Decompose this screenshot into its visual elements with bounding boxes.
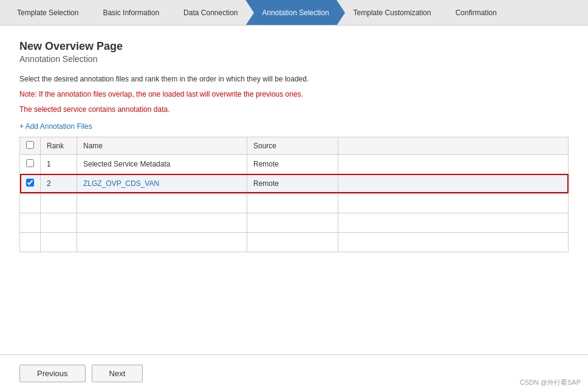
col-header-source: Source	[247, 137, 338, 154]
step-label-annotation-selection: Annotation Selection	[259, 9, 329, 17]
row-checkbox-cell	[20, 174, 41, 193]
row-name	[77, 213, 247, 232]
row-name	[77, 232, 247, 252]
step-label-confirmation: Confirmation	[452, 9, 497, 17]
step-template-selection[interactable]: Template Selection	[0, 0, 86, 25]
row-extra	[338, 193, 569, 213]
row-checkbox-cell	[20, 193, 41, 213]
row-source	[247, 193, 338, 213]
table-row: 1Selected Service MetadataRemote	[20, 154, 569, 174]
row-source	[247, 232, 338, 252]
step-label-basic-information: Basic Information	[99, 9, 159, 17]
row-name[interactable]: ZLGZ_OVP_CDS_VAN	[77, 174, 247, 193]
col-header-checkbox	[20, 137, 41, 154]
table-header-row: Rank Name Source	[20, 137, 569, 154]
table-row	[20, 193, 569, 213]
row-rank	[41, 232, 77, 252]
main-content: New Overview Page Annotation Selection S…	[0, 26, 588, 267]
row-source: Remote	[247, 154, 338, 174]
table-row	[20, 213, 569, 232]
wizard-steps: Template Selection Basic Information Dat…	[0, 0, 588, 26]
annotation-table: Rank Name Source 1Selected Service Metad…	[19, 137, 569, 252]
row-rank: 1	[41, 154, 77, 174]
row-extra	[338, 174, 569, 193]
col-header-name: Name	[77, 137, 247, 154]
desc-text-2: Note: If the annotation files overlap, t…	[19, 90, 303, 98]
desc-text-1: Select the desired annotation files and …	[19, 75, 309, 83]
step-template-customization[interactable]: Template Customization	[337, 0, 439, 25]
row-extra	[338, 154, 569, 174]
add-annotation-files-link[interactable]: + Add Annotation Files	[19, 122, 92, 131]
row-checkbox[interactable]	[26, 159, 34, 167]
footer: Previous Next	[0, 354, 588, 392]
row-source	[247, 213, 338, 232]
col-header-extra	[338, 137, 569, 154]
row-source: Remote	[247, 174, 338, 193]
step-label-template-customization: Template Customization	[350, 9, 431, 17]
page-title: New Overview Page	[19, 40, 569, 53]
row-checkbox[interactable]	[26, 179, 34, 187]
row-checkbox-cell	[20, 213, 41, 232]
row-checkbox-cell	[20, 232, 41, 252]
step-label-data-connection: Data Connection	[180, 9, 238, 17]
row-rank	[41, 213, 77, 232]
table-row: 2ZLGZ_OVP_CDS_VANRemote	[20, 174, 569, 193]
row-rank: 2	[41, 174, 77, 193]
step-label-template-selection: Template Selection	[13, 9, 78, 17]
row-checkbox-cell	[20, 154, 41, 174]
row-extra	[338, 232, 569, 252]
col-header-rank: Rank	[41, 137, 77, 154]
row-rank	[41, 193, 77, 213]
row-extra	[338, 213, 569, 232]
step-annotation-selection[interactable]: Annotation Selection	[245, 0, 337, 25]
row-name: Selected Service Metadata	[77, 154, 247, 174]
description-line1: Select the desired annotation files and …	[19, 74, 569, 85]
step-confirmation[interactable]: Confirmation	[439, 0, 511, 25]
desc-text-3: The selected service contains annotation…	[19, 105, 170, 114]
add-link-label: + Add Annotation Files	[19, 122, 92, 131]
previous-button[interactable]: Previous	[19, 365, 86, 382]
step-data-connection[interactable]: Data Connection	[166, 0, 245, 25]
next-button[interactable]: Next	[92, 365, 143, 382]
table-row	[20, 232, 569, 252]
page-subtitle: Annotation Selection	[19, 54, 569, 64]
page-wrapper: Template Selection Basic Information Dat…	[0, 0, 588, 392]
select-all-checkbox[interactable]	[26, 141, 34, 149]
description-line3: The selected service contains annotation…	[19, 104, 569, 115]
step-basic-information[interactable]: Basic Information	[86, 0, 166, 25]
row-name	[77, 193, 247, 213]
description-line2: Note: If the annotation files overlap, t…	[19, 89, 569, 100]
watermark: CSDN @外行看SAP	[520, 378, 581, 387]
